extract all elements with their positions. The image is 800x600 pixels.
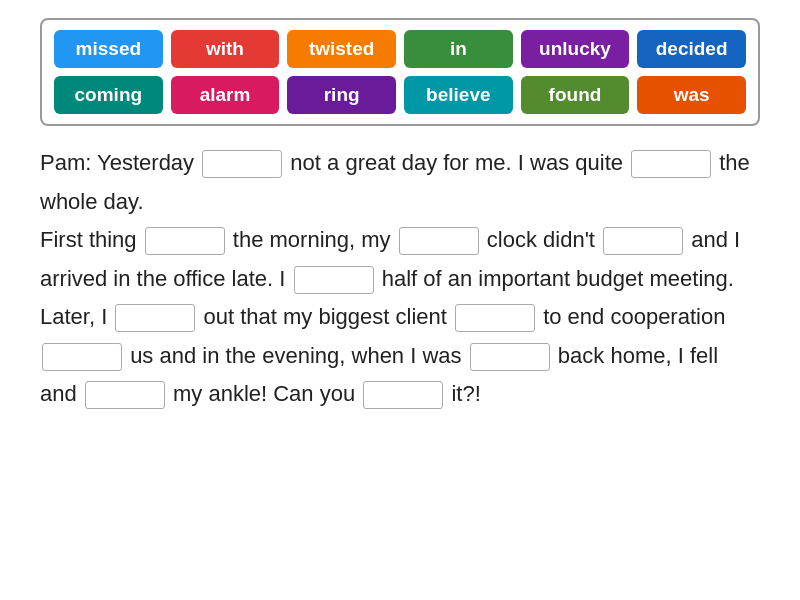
- blank-5[interactable]: [603, 227, 683, 255]
- chip-believe[interactable]: believe: [404, 76, 513, 114]
- chip-found[interactable]: found: [521, 76, 630, 114]
- chip-decided[interactable]: decided: [637, 30, 746, 68]
- chip-unlucky[interactable]: unlucky: [521, 30, 630, 68]
- word-bank: missed with twisted in unlucky decided c…: [40, 18, 760, 126]
- fill-in-text: Pam: Yesterday not a great day for me. I…: [0, 144, 800, 414]
- text-t5: clock didn't: [487, 227, 595, 252]
- chip-with[interactable]: with: [171, 30, 280, 68]
- blank-8[interactable]: [455, 304, 535, 332]
- blank-2[interactable]: [631, 150, 711, 178]
- text-t3: First thing: [40, 227, 137, 252]
- blank-10[interactable]: [470, 343, 550, 371]
- text-t4: the morning, my: [233, 227, 391, 252]
- chip-in[interactable]: in: [404, 30, 513, 68]
- chip-alarm[interactable]: alarm: [171, 76, 280, 114]
- chip-twisted[interactable]: twisted: [287, 30, 396, 68]
- text-intro: Pam: Yesterday: [40, 150, 194, 175]
- text-t13: it?!: [451, 381, 480, 406]
- blank-6[interactable]: [294, 266, 374, 294]
- chip-coming[interactable]: coming: [54, 76, 163, 114]
- blank-1[interactable]: [202, 150, 282, 178]
- blank-12[interactable]: [363, 381, 443, 409]
- text-t1: not a great day for me. I was quite: [290, 150, 623, 175]
- text-t8: out that my biggest client: [204, 304, 447, 329]
- text-t10: us and in the evening, when I was: [130, 343, 461, 368]
- blank-11[interactable]: [85, 381, 165, 409]
- chip-missed[interactable]: missed: [54, 30, 163, 68]
- blank-4[interactable]: [399, 227, 479, 255]
- blank-9[interactable]: [42, 343, 122, 371]
- text-t9: to end cooperation: [543, 304, 725, 329]
- chip-ring[interactable]: ring: [287, 76, 396, 114]
- chip-was[interactable]: was: [637, 76, 746, 114]
- blank-7[interactable]: [115, 304, 195, 332]
- blank-3[interactable]: [145, 227, 225, 255]
- text-t12: my ankle! Can you: [173, 381, 355, 406]
